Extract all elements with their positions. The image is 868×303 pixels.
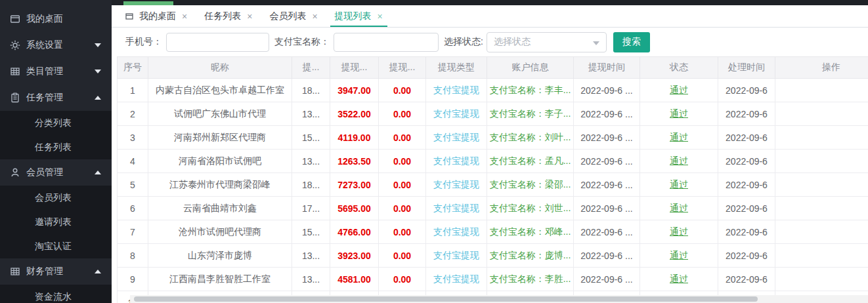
cell-status[interactable]: 通过 [640, 244, 718, 268]
cell-type[interactable]: 支付宝提现 [426, 220, 487, 244]
cell-num: 6 [118, 197, 148, 220]
sidebar-item-category-mgmt[interactable]: 类目管理 [0, 58, 112, 85]
cell-time: 2022-09-6 ... [574, 102, 640, 126]
sidebar-item-task-mgmt[interactable]: 任务管理 [0, 85, 112, 111]
cell-status[interactable]: 通过 [640, 197, 718, 220]
cell-acct: 18... [292, 173, 330, 197]
cell-account: 支付宝名称：孟凡... [487, 150, 574, 173]
cell-type[interactable]: 支付宝提现 [426, 102, 487, 126]
cell-status[interactable]: 通过 [640, 268, 718, 291]
cell-amount: 3947.00 [330, 79, 379, 102]
grid-icon [10, 266, 20, 277]
cell-op [775, 244, 868, 268]
sidebar-item-category-list[interactable]: 分类列表 [0, 111, 112, 135]
window-icon [125, 12, 133, 20]
sidebar-item-label: 会员列表 [35, 192, 72, 204]
cell-type[interactable]: 支付宝提现 [426, 79, 487, 102]
cell-amount: 1263.50 [330, 150, 379, 173]
cell-account: 支付宝名称：刘叶... [487, 126, 574, 150]
cell-op [775, 102, 868, 126]
topbar-strip [112, 0, 868, 5]
close-icon[interactable]: × [378, 12, 383, 21]
cell-fee: 0.00 [379, 79, 426, 102]
col-header-nickname: 昵称 [148, 57, 292, 79]
cell-status[interactable]: 通过 [640, 150, 718, 173]
sidebar-item-system-settings[interactable]: 系统设置 [0, 32, 112, 58]
cell-acct: 13... [292, 244, 330, 268]
cell-status[interactable]: 通过 [640, 220, 718, 244]
cell-op [775, 79, 868, 102]
cell-acct: 17... [292, 197, 330, 220]
chevron-down-icon [593, 41, 599, 45]
sidebar-item-my-desktop[interactable]: 我的桌面 [0, 6, 112, 32]
withdraw-table: 序号昵称提...提现...提现...提现类型账户信息提现时间状态处理时间操作 1… [117, 56, 868, 303]
status-label: 选择状态: [444, 36, 483, 48]
cell-handle: 2022-09-6 [718, 197, 775, 220]
search-button[interactable]: 搜索 [613, 32, 650, 52]
sidebar-item-fund-flow[interactable]: 资金流水 [0, 285, 112, 303]
cell-handle: 2022-09-6 [718, 79, 775, 102]
cell-op [775, 197, 868, 220]
cell-acct: 13... [292, 102, 330, 126]
cell-type[interactable]: 支付宝提现 [426, 244, 487, 268]
cell-acct: 15... [292, 126, 330, 150]
sidebar-item-member-list[interactable]: 会员列表 [0, 186, 112, 210]
task-submenu: 分类列表 任务列表 [0, 111, 112, 159]
col-header-type: 提现类型 [426, 57, 487, 79]
cell-status[interactable]: 通过 [640, 79, 718, 102]
cell-amount: 4766.00 [330, 220, 379, 244]
sidebar-item-member-mgmt[interactable]: 会员管理 [0, 159, 112, 186]
sidebar-item-label: 资金流水 [35, 291, 72, 303]
cell-nickname: 江苏泰州市代理商梁邵峰 [148, 173, 292, 197]
phone-input[interactable] [166, 33, 269, 52]
clipboard-icon [10, 92, 20, 103]
cell-type[interactable]: 支付宝提现 [426, 126, 487, 150]
chevron-up-icon [95, 171, 101, 174]
close-icon[interactable]: × [182, 12, 187, 21]
cell-type[interactable]: 支付宝提现 [426, 150, 487, 173]
sidebar-item-finance-mgmt[interactable]: 财务管理 [0, 258, 112, 285]
chevron-up-icon [95, 270, 101, 273]
cell-time: 2022-09-6 ... [574, 244, 640, 268]
cell-status[interactable]: 通过 [640, 126, 718, 150]
cell-op [775, 173, 868, 197]
cell-status[interactable]: 通过 [640, 102, 718, 126]
app-window: 我的桌面 系统设置 类目管理 任务管理 分类列表 任务列表 [0, 0, 868, 303]
cell-type[interactable]: 支付宝提现 [426, 197, 487, 220]
sidebar-item-task-list[interactable]: 任务列表 [0, 135, 112, 159]
cell-status[interactable]: 通过 [640, 173, 718, 197]
cell-nickname: 河南省洛阳市试佣吧 [148, 150, 292, 173]
cell-num: 9 [118, 268, 148, 291]
horizontal-scrollbar[interactable] [130, 295, 868, 303]
tab-member-list[interactable]: 会员列表 × [261, 5, 326, 27]
cell-type[interactable]: 支付宝提现 [426, 268, 487, 291]
col-header-account: 账户信息 [487, 57, 574, 79]
cell-fee: 0.00 [379, 220, 426, 244]
table-row: 2试佣吧广东佛山市代理13...3522.000.00支付宝提现支付宝名称：李子… [118, 102, 868, 126]
cell-time: 2022-09-6 ... [574, 126, 640, 150]
tab-withdraw-list[interactable]: 提现列表 × [326, 5, 391, 27]
cell-nickname: 沧州市试佣吧代理商 [148, 220, 292, 244]
cell-time: 2022-09-6 ... [574, 79, 640, 102]
sidebar-item-invite-list[interactable]: 邀请列表 [0, 210, 112, 234]
cell-fee: 0.00 [379, 102, 426, 126]
status-select[interactable]: 选择状态 [487, 32, 607, 52]
horizontal-scrollbar-thumb[interactable] [134, 296, 758, 302]
cell-account: 支付宝名称：李子... [487, 102, 574, 126]
cell-account: 支付宝名称：庞博... [487, 244, 574, 268]
cell-nickname: 内蒙古自治区包头市卓越工作室 [148, 79, 292, 102]
sidebar-item-label: 任务管理 [26, 92, 95, 104]
main-content: 我的桌面 × 任务列表 × 会员列表 × 提现列表 × 手机号： 支付宝名称： … [112, 0, 868, 303]
cell-type[interactable]: 支付宝提现 [426, 173, 487, 197]
close-icon[interactable]: × [312, 12, 317, 21]
tab-task-list[interactable]: 任务列表 × [196, 5, 261, 27]
close-icon[interactable]: × [247, 12, 252, 21]
alipay-name-input[interactable] [334, 33, 439, 52]
cell-nickname: 试佣吧广东佛山市代理 [148, 102, 292, 126]
sidebar-item-label: 系统设置 [26, 39, 95, 51]
cell-acct: 13... [292, 150, 330, 173]
sidebar-item-taobao-auth[interactable]: 淘宝认证 [0, 234, 112, 258]
cell-nickname: 江西南昌李胜智胜工作室 [148, 268, 292, 291]
tab-my-desktop[interactable]: 我的桌面 × [117, 5, 196, 27]
member-submenu: 会员列表 邀请列表 淘宝认证 [0, 186, 112, 258]
